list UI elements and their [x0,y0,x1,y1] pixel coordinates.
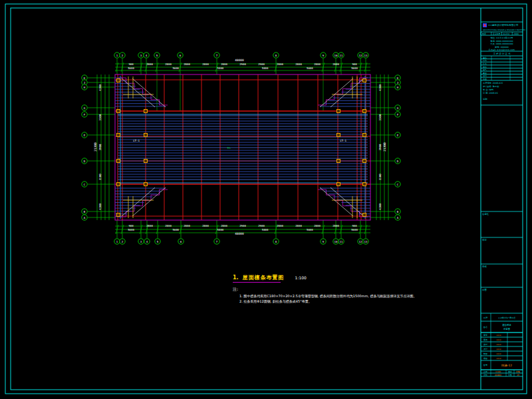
signoff-value: ××× [496,348,501,350]
cert-cell: 证书编号 [493,33,501,35]
axis-bubble-label: 11 [340,240,343,243]
extra-label: 图别 [508,370,512,373]
info-note: 说明: [483,98,487,100]
axis-bubble-label: 10 [334,54,338,57]
dim-text: 900 [128,224,134,227]
dim-text: 900 [352,224,357,227]
dim-overall-top: 48000 [235,59,244,62]
dim-overall-right: 21300 [383,142,386,152]
dim-text: 2800 [202,224,209,227]
title-underline [233,282,281,283]
sheetname-value: 屋面檩条 [502,324,511,327]
signoff-label: 审核 [483,338,487,341]
address-line: 地址: ××市××路××号 [489,37,513,39]
dim-text: 5600 [128,228,134,231]
connection-square [117,213,120,217]
figure-scale: 1:100 [295,275,307,280]
connection-square [363,134,366,137]
info-line: 工程编号: 2008-015 [483,82,503,84]
address-line: 传真: 0000-00000000 [491,43,513,45]
section-label: 会签栏 [482,213,489,215]
dim-text: 3500 [378,114,382,120]
note-line: 1. 图中檩条均采用C180×70×20×2.5冷弯薄壁型钢, 檩条间距除注明外… [239,294,512,298]
outer-frame [5,4,527,394]
dim-text: 3500 [98,114,102,120]
plan-inner-label: 5% [227,146,231,150]
plan-inner-label: LT-1 [133,139,140,142]
axis-bubble-label: 10 [334,240,338,243]
dim-text: 2800 [221,224,227,227]
sheetname-value: 布置图 [503,328,510,331]
dim-text: 5600 [172,66,179,70]
extra-label: 日期 [483,374,487,376]
brace-line [122,78,155,107]
hip-step-line [118,190,168,217]
dim-text: 2800 [165,224,172,227]
dim-text: 2800 [277,63,283,66]
dim-text: 5600 [128,66,134,70]
connection-square [363,79,366,82]
axis-bubble-label: 12 [359,54,362,57]
hip-step-line [318,78,368,105]
connection-square [144,183,148,186]
notes-heading: 注: [233,287,512,293]
signoff-value: ××× [496,352,501,355]
dim-text: 2800 [146,63,153,66]
dim-text: 5600 [351,66,358,70]
cert-cell: 甲级 [482,33,486,35]
dim-text: 2800 [277,224,283,227]
signoff-label: 设计 [483,348,487,350]
dim-text: 5600 [307,228,313,231]
dim-text: 5800 [262,228,269,231]
dim-text: 2800 [314,224,321,227]
dim-text: 2800 [146,224,153,227]
connection-square [117,160,120,163]
connection-square [144,110,148,113]
info-line: 专 业: 结构 [483,88,493,91]
signoff-label: 制图 [483,352,487,355]
connection-square [363,213,366,217]
axis-bubble-label: J [397,81,398,84]
dim-text: 5800 [217,228,224,231]
cert-cell: A1234 [503,33,510,35]
connection-square [117,183,120,186]
dim-text: 5800 [217,66,224,70]
dim-text: 2800 [202,63,209,66]
dim-text: 2900 [258,63,265,66]
figure-title: 屋面檩条布置图 [243,274,285,281]
info-line: 设计阶段: 施工图 [483,85,499,88]
dim-text: 900 [352,63,357,66]
extra-value: 结施 [516,370,520,373]
cad-canvas: 1234567891011121312345678910111213KJHGFE… [0,0,532,399]
hip-step-line [318,190,368,217]
brace-line [132,188,166,216]
section-label: 审核 [482,265,487,268]
signoff-value: ××× [496,343,501,346]
section-label: 审定 [482,239,487,241]
figure-number: 1. [233,275,239,281]
dim-text: 2800 [184,224,190,227]
connection-square [337,110,340,113]
dim-text: 5600 [307,66,313,70]
extra-value: 15 [517,374,519,376]
brace-line [122,188,155,216]
address-line: 电话: 0000-00000000 [491,40,513,43]
drawing-no-value: 结施-12 [501,364,512,367]
inner-frame [11,8,523,390]
drawing-no-label: 图号 [483,364,488,366]
signoff-value: ××× [496,334,501,336]
connection-square [363,110,366,113]
extra-value: 1:100 [495,370,501,373]
signoff-label: 校对 [483,343,487,346]
dim-text: 900 [128,63,134,66]
project-label: 工程 [483,317,488,319]
extra-label: 比例 [483,370,487,373]
drawing-sheet: 1234567891011121312345678910111213KJHGFE… [0,0,532,399]
dim-text: 5600 [172,228,179,231]
brace-line [132,78,166,107]
dim-text: 4200 [378,203,382,210]
dim-text: 2900 [239,224,246,227]
dim-overall-left: 21300 [94,142,97,152]
connection-square [117,134,120,137]
dim-text: 2800 [295,224,302,227]
